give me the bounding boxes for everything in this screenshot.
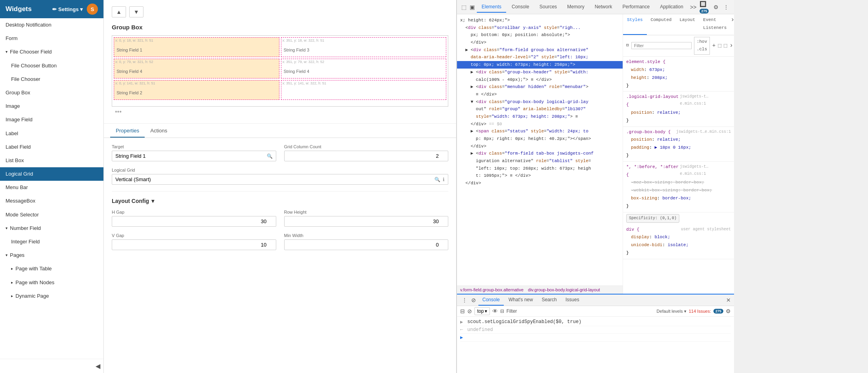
console-tab-issues[interactable]: Issues [562,295,583,306]
console-block-icon[interactable]: ⊘ [470,295,478,306]
code-line-9[interactable]: ▶ <div class="menubar hidden" role="menu… [457,83,623,91]
grid-cell-0-1[interactable]: x: 351, y: 18, w: 322, h: 51 String Fiel… [281,37,447,57]
grid-cell-2-1[interactable]: x: 351, y: 141, w: 322, h: 51 [281,80,447,100]
grid-cell-1-1[interactable]: x: 351, y: 79, w: 322, h: 52 String Fiel… [281,59,447,78]
sidebar-item-form[interactable]: Form [0,32,103,45]
sidebar-item-page-with-table[interactable]: ▸ Page with Table [0,262,103,275]
more-tabs-icon[interactable]: >> [689,3,698,11]
new-style-rule-icon[interactable]: ⬚ [718,41,721,51]
console-tab-search[interactable]: Search [538,295,561,306]
sidebar-item-menu-bar[interactable]: Menu Bar [0,181,103,194]
code-line-10[interactable]: ≡ </div> [457,91,623,98]
console-no-entry-icon[interactable]: ⊘ [467,308,472,314]
tab-properties[interactable]: Properties [110,124,145,138]
code-line-5[interactable]: data-aria-header-level="2" style="left: … [457,54,623,61]
sidebar-item-logical-grid[interactable]: Logical Grid [0,167,103,181]
settings-button[interactable]: ✏ Settings ▾ [52,6,83,12]
styles-tab-computed[interactable]: Computed [647,14,676,35]
tab-actions[interactable]: Actions [145,124,173,138]
console-menu-icon[interactable]: ⋮ [460,295,469,306]
code-line-17[interactable]: </div> [457,143,623,150]
styles-tab-styles[interactable]: Styles [623,14,647,35]
vertical-dots-icon[interactable]: ⋮ [722,3,730,11]
code-line-12[interactable]: out" role="group" aria-labelledby="lb130… [457,105,623,113]
hov-cls-button[interactable]: :hov .cls [694,37,710,55]
grid-cell-0-0[interactable]: x: 0, y: 18, w: 321, h: 51 String Field … [114,37,279,57]
console-prompt-icon[interactable]: ▶ [460,335,463,340]
sidebar-item-dynamic-page[interactable]: ▸ Dynamic Page [0,289,103,303]
code-line-0[interactable]: x; height: 624px;"> [457,17,623,24]
sidebar-item-list-box[interactable]: List Box [0,154,103,167]
target-input[interactable]: String Field 1 🔍 [112,151,276,161]
user-avatar[interactable]: S [87,4,98,15]
console-settings-icon[interactable]: ⚙ [726,308,731,314]
sidebar-item-label[interactable]: Label [0,127,103,140]
expand-styles-icon[interactable]: › [729,40,733,52]
code-line-21[interactable]: t: 1095px;"> ≡ </div> [457,172,623,180]
sidebar-item-group-box[interactable]: Group Box [0,86,103,99]
layout-config-header[interactable]: Layout Config ▾ [112,198,448,204]
console-close-button[interactable]: ✕ [726,297,731,303]
sidebar-item-file-chooser[interactable]: File Chooser [0,73,103,86]
v-gap-input[interactable] [112,239,276,250]
settings-icon[interactable]: ⚙ [712,3,720,11]
styles-tab-event-listeners[interactable]: Event Listeners [699,14,730,35]
grid-cell-2-0[interactable]: x: 0, y: 141, w: 321, h: 51 String Field… [114,80,279,100]
code-line-19[interactable]: iguration alternative" role="tablist" st… [457,157,623,165]
top-dropdown[interactable]: top ▾ [474,307,490,315]
code-line-2[interactable]: px; bottom: 0px; position: absolute;"> [457,31,623,39]
code-line-4[interactable]: ▶ <div class="form-field group-box alter… [457,46,623,54]
sidebar-item-pages[interactable]: ▾Pages [0,249,103,262]
h-gap-input[interactable] [112,216,276,227]
min-width-input[interactable] [284,239,449,250]
devtools-tab-network[interactable]: Network [590,2,617,13]
sidebar-item-messagebox[interactable]: MessageBox [0,194,103,208]
devtools-tab-sources[interactable]: Sources [535,2,562,13]
info-icon[interactable]: ℹ [443,177,445,182]
device-icon[interactable]: ▣ [468,3,476,11]
eye-icon[interactable]: 👁 [492,308,498,314]
sidebar-item-integer-field[interactable]: Integer Field [0,235,103,249]
code-line-18[interactable]: ▶ <div class="form-field tab-box jswidge… [457,150,623,157]
cursor-icon[interactable]: ⬚ [460,3,468,11]
toggle-sidebar-icon[interactable]: ⬚ [724,41,727,51]
row-height-input[interactable] [284,216,449,227]
breadcrumb-tag-2[interactable]: div.group-box-body.logical-grid-layout [528,287,600,292]
code-line-3[interactable]: </div> [457,39,623,46]
sidebar-item-image[interactable]: Image [0,99,103,113]
more-options-icon[interactable]: ••• [112,107,448,117]
grid-column-count-input[interactable] [284,151,449,161]
code-line-6[interactable]: top: 0px; width: 673px; height: 258px;"> [457,61,623,69]
sidebar-item-label-field[interactable]: Label Field [0,140,103,154]
console-tab-console[interactable]: Console [478,295,504,306]
breadcrumb-tag-1[interactable]: v.form-field.group-box.alternative [460,287,524,292]
code-line-1[interactable]: <div class="scrollbar y-axis" style="rig… [457,24,623,32]
code-line-16[interactable]: p: 8px; right: 0px; height: 40.2px;"></s… [457,135,623,143]
styles-filter-input[interactable] [631,42,692,49]
code-line-15[interactable]: ▶ <span class="status" style="width: 24p… [457,128,623,135]
grid-cell-1-0[interactable]: x: 0, y: 79, w: 321, h: 52 String Field … [114,59,279,78]
styles-panel-expand-icon[interactable]: › [730,14,734,35]
code-line-13[interactable]: style="width: 673px; height: 208px;"> ≡ [457,113,623,121]
search-icon-2[interactable]: 🔍 [434,177,440,182]
close-devtools-icon[interactable]: ✕ [732,3,734,11]
console-block-icon2[interactable]: ⊟ [460,308,465,314]
sidebar-item-page-with-nodes[interactable]: ▸ Page with Nodes [0,276,103,289]
code-line-14[interactable]: </div> == $0 [457,121,623,128]
search-icon[interactable]: 🔍 [267,153,273,159]
devtools-tab-application[interactable]: Application [655,2,688,13]
collapse-sidebar-button[interactable]: ◀ [96,362,100,370]
code-line-7[interactable]: ▶ <div class="group-box-header" style="w… [457,69,623,76]
devtools-tab-console[interactable]: Console [507,2,534,13]
expand-arrow-icon[interactable]: ▶ [460,319,465,325]
default-levels-button[interactable]: Default levels ▾ [657,309,686,314]
sidebar-item-file-chooser-field[interactable]: ▾File Chooser Field [0,45,103,59]
nav-up-button[interactable]: ▲ [112,6,126,17]
nav-down-button[interactable]: ▼ [129,6,143,17]
sidebar-item-image-field[interactable]: Image Field [0,113,103,126]
devtools-tab-performance[interactable]: Performance [618,2,654,13]
devtools-tab-memory[interactable]: Memory [562,2,589,13]
sidebar-item-mode-selector[interactable]: Mode Selector [0,208,103,222]
styles-tab-layout[interactable]: Layout [675,14,699,35]
sidebar-item-file-chooser-button[interactable]: File Chooser Button [0,59,103,73]
